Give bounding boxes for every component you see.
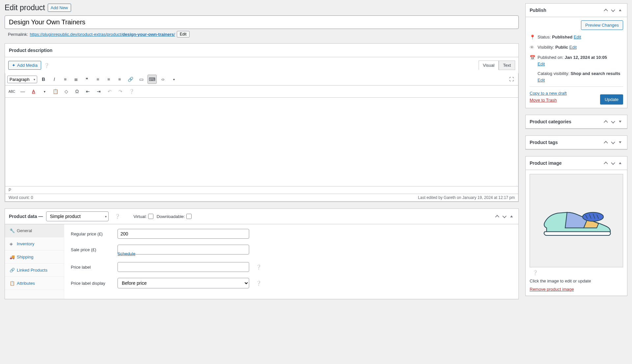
media-icon: ✦: [12, 63, 15, 68]
quote-icon[interactable]: ❝: [82, 75, 92, 84]
bold-icon[interactable]: B: [39, 75, 48, 84]
regular-price-label: Regular price (£): [71, 231, 114, 236]
price-label-label: Price label: [71, 265, 114, 270]
toggle-icon[interactable]: [617, 7, 623, 13]
product-image-thumbnail[interactable]: [530, 174, 623, 267]
redo-icon[interactable]: ↷: [116, 87, 125, 96]
publish-heading: Publish: [530, 4, 546, 17]
readmore-icon[interactable]: ▭: [137, 75, 146, 84]
editor-toolbar-2: ABC — A ▾ 📋 ◇ Ω ⇤ ⇥ ↶ ↷ ❔: [5, 85, 518, 98]
hr-icon[interactable]: —: [18, 87, 27, 96]
inventory-icon: ◈: [10, 241, 14, 246]
move-down-icon[interactable]: [501, 213, 507, 219]
remove-image-link[interactable]: Remove product image: [530, 287, 574, 292]
indent-icon[interactable]: ⇥: [94, 87, 103, 96]
bullet-list-icon[interactable]: ≡: [61, 75, 70, 84]
move-up-icon[interactable]: [603, 119, 609, 125]
edit-visibility-link[interactable]: Edit: [569, 45, 577, 50]
publish-box: Publish Preview Changes 📍 Status: Publis…: [525, 3, 627, 108]
product-title-input[interactable]: [5, 15, 519, 29]
edit-published-link[interactable]: Edit: [538, 61, 545, 66]
strikethrough-icon[interactable]: ABC: [7, 87, 16, 96]
outdent-icon[interactable]: ⇤: [83, 87, 92, 96]
special-char-icon[interactable]: Ω: [72, 87, 82, 96]
eye-icon: 👁: [530, 44, 535, 51]
help-icon[interactable]: ❔: [256, 264, 261, 270]
align-left-icon[interactable]: ≡: [93, 75, 102, 84]
product-categories-box: Product categories: [525, 115, 627, 129]
move-down-icon[interactable]: [610, 160, 616, 166]
tab-inventory[interactable]: ◈Inventory: [5, 237, 64, 251]
tab-shipping[interactable]: 🚚Shipping: [5, 251, 64, 264]
tab-visual[interactable]: Visual: [479, 61, 499, 70]
toggle-icon[interactable]: [509, 213, 514, 219]
help-icon[interactable]: ❔: [115, 214, 120, 219]
product-tags-box: Product tags: [525, 135, 627, 150]
editor-content[interactable]: [5, 98, 518, 186]
undo-icon[interactable]: ↶: [105, 87, 114, 96]
page-header: Edit product Add New: [5, 3, 519, 12]
permalink-label: Permalink:: [8, 32, 28, 37]
price-label-input[interactable]: [118, 262, 249, 272]
truck-icon: 🚚: [10, 255, 14, 259]
move-up-icon[interactable]: [603, 139, 609, 145]
copy-draft-link[interactable]: Copy to a new draft: [530, 91, 567, 96]
tab-text[interactable]: Text: [499, 61, 515, 70]
tab-general[interactable]: 🔧General: [5, 224, 64, 237]
move-down-icon[interactable]: [610, 7, 616, 13]
add-new-button[interactable]: Add New: [48, 4, 71, 12]
text-color-more-icon[interactable]: ▾: [40, 87, 49, 96]
more-icon[interactable]: ▾: [169, 75, 178, 84]
text-color-icon[interactable]: A: [29, 87, 38, 96]
move-down-icon[interactable]: [610, 119, 616, 125]
code-icon[interactable]: ‹›: [158, 75, 168, 84]
toolbar-toggle-icon[interactable]: ⌨: [147, 75, 157, 84]
fullscreen-icon[interactable]: ⛶: [507, 75, 516, 84]
update-button[interactable]: Update: [600, 94, 623, 105]
wrench-icon: 🔧: [10, 228, 14, 233]
word-count: Word count: 0: [9, 195, 33, 200]
tab-attributes[interactable]: 📋Attributes: [5, 277, 64, 290]
help-icon[interactable]: ❔: [127, 87, 136, 96]
price-label-display-select[interactable]: Before price: [118, 278, 249, 288]
downloadable-checkbox[interactable]: Downloadable:: [157, 214, 192, 219]
numbered-list-icon[interactable]: ≣: [71, 75, 81, 84]
clear-format-icon[interactable]: ◇: [62, 87, 71, 96]
move-to-trash-link[interactable]: Move to Trash: [530, 98, 567, 103]
toggle-icon[interactable]: [617, 139, 623, 145]
italic-icon[interactable]: I: [50, 75, 59, 84]
format-select[interactable]: Paragraph: [7, 76, 37, 83]
edit-catalog-link[interactable]: Edit: [538, 78, 545, 83]
toggle-icon[interactable]: [617, 160, 623, 166]
sale-price-label: Sale price (£): [71, 247, 114, 252]
help-icon[interactable]: ❔: [44, 63, 49, 68]
categories-heading: Product categories: [530, 115, 571, 128]
move-up-icon[interactable]: [494, 213, 500, 219]
move-up-icon[interactable]: [603, 7, 609, 13]
shoe-icon: [539, 198, 614, 243]
move-up-icon[interactable]: [603, 160, 609, 166]
tab-linked-products[interactable]: 🔗Linked Products: [5, 264, 64, 277]
edit-status-link[interactable]: Edit: [574, 35, 581, 39]
paste-icon[interactable]: 📋: [51, 87, 60, 96]
regular-price-input[interactable]: [118, 229, 249, 239]
page-title: Edit product: [5, 3, 45, 12]
permalink-edit-button[interactable]: Edit: [177, 31, 190, 37]
toggle-icon[interactable]: [617, 119, 623, 125]
sale-price-input[interactable]: [118, 245, 249, 255]
last-edited: Last edited by Gareth on January 19, 202…: [418, 195, 515, 200]
product-type-select[interactable]: Simple product: [46, 211, 109, 221]
svg-point-0: [583, 212, 603, 221]
help-icon[interactable]: ❔: [532, 270, 538, 275]
align-right-icon[interactable]: ≡: [115, 75, 124, 84]
move-down-icon[interactable]: [610, 139, 616, 145]
permalink-url[interactable]: https://pluginrepublic.dev/product-extra…: [30, 32, 175, 37]
preview-changes-button[interactable]: Preview Changes: [581, 20, 623, 30]
tags-heading: Product tags: [530, 136, 558, 149]
product-data-tabs: 🔧General ◈Inventory 🚚Shipping 🔗Linked Pr…: [5, 224, 64, 299]
align-center-icon[interactable]: ≡: [104, 75, 113, 84]
virtual-checkbox[interactable]: Virtual:: [133, 214, 153, 219]
help-icon[interactable]: ❔: [256, 280, 261, 286]
add-media-button[interactable]: ✦ Add Media: [8, 61, 41, 70]
link-icon[interactable]: 🔗: [126, 75, 135, 84]
